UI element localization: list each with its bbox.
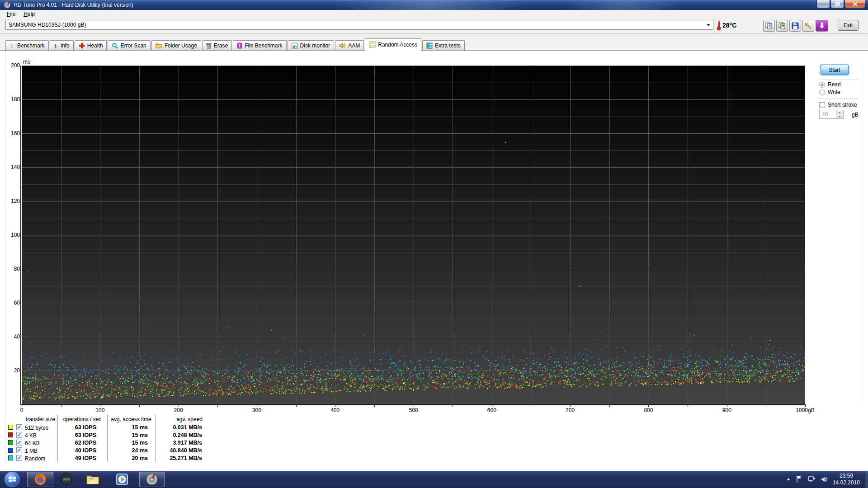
iops-value: 62 IOPS	[51, 440, 96, 446]
taskbar-item-hdtune[interactable]	[139, 472, 165, 487]
tab-erase[interactable]: Erase	[202, 40, 232, 50]
access-time-value: 15 ms	[103, 432, 148, 438]
write-option[interactable]: Write	[819, 89, 840, 95]
start-button[interactable]: Start	[821, 65, 849, 75]
tab-label: AAM	[348, 42, 360, 49]
restore-button[interactable]	[830, 0, 844, 8]
short-stroke-size-stepper[interactable]: 40 ▲ ▼	[819, 110, 844, 119]
tab-label: Random Access	[378, 42, 417, 48]
drive-selector-value: SAMSUNG HD103SJ (1000 gB)	[6, 22, 86, 28]
start-orb[interactable]	[5, 472, 20, 487]
series-label: 64 KB	[25, 440, 40, 446]
series-checkbox[interactable]: ✓	[16, 447, 22, 453]
chart-area	[22, 66, 805, 404]
y-tick-label: 60	[1, 300, 20, 306]
save-icon	[791, 22, 799, 30]
col-header-access-time: avg. access time	[109, 416, 153, 422]
exit-button[interactable]: Exit	[838, 20, 859, 31]
series-checkbox[interactable]: ✓	[16, 455, 22, 461]
read-radio[interactable]	[819, 82, 825, 88]
copy-button[interactable]	[763, 20, 775, 32]
taskbar-item-firefox[interactable]	[27, 472, 53, 487]
tab-aam[interactable]: AAM	[335, 40, 364, 50]
tab-disk-monitor[interactable]: Disk monitor	[288, 40, 335, 50]
x-tick-mark	[414, 405, 414, 407]
drive-selector[interactable]: SAMSUNG HD103SJ (1000 gB)	[5, 20, 713, 30]
taskbar-item-explorer[interactable]	[86, 473, 99, 485]
options-button[interactable]	[802, 20, 814, 32]
stepper-buttons: ▲ ▼	[836, 110, 843, 118]
access-time-value: 15 ms	[103, 440, 148, 446]
x-tick-mark	[217, 405, 218, 407]
series-checkbox[interactable]: ✓	[16, 424, 22, 430]
temperature-readout: 28°C	[722, 22, 736, 29]
tab-health[interactable]: Health	[75, 40, 107, 50]
taskbar-item-qip[interactable]: (qip)	[61, 473, 72, 485]
volume-icon[interactable]	[821, 476, 828, 483]
y-axis-spine	[20, 66, 21, 405]
benchmark-icon: !	[9, 42, 15, 49]
tab-info[interactable]: i Info	[50, 40, 74, 50]
write-label: Write	[828, 89, 840, 95]
tab-extra-tests[interactable]: Extra tests	[422, 40, 465, 50]
x-tick-mark	[100, 405, 100, 407]
random-access-icon	[369, 41, 376, 48]
copy-image-button[interactable]	[776, 20, 788, 32]
x-tick-label: 500	[400, 407, 428, 413]
app-icon	[4, 1, 11, 9]
x-tick-mark	[374, 405, 375, 407]
table-divider	[155, 415, 156, 462]
series-swatch	[8, 425, 13, 430]
taskbar-clock[interactable]: 23:59 14.02.2010	[833, 473, 864, 486]
read-option[interactable]: Read	[819, 81, 841, 88]
tab-benchmark[interactable]: ! Benchmark	[5, 40, 49, 50]
x-tick-mark	[335, 405, 335, 407]
menu-help[interactable]: Help	[19, 10, 39, 18]
tab-folder-usage[interactable]: Folder Usage	[151, 40, 201, 50]
x-tick-mark	[531, 405, 531, 407]
write-radio[interactable]	[819, 89, 825, 95]
size-unit-label: gB	[852, 112, 859, 118]
stepper-down-icon[interactable]: ▼	[836, 114, 843, 118]
iops-value: 49 IOPS	[51, 455, 96, 461]
series-label: Random	[25, 455, 45, 462]
series-checkbox[interactable]: ✓	[16, 440, 22, 446]
x-tick-mark	[648, 405, 649, 407]
avg-speed-value: 0.031 MB/s	[157, 424, 202, 431]
titlebar-glass	[335, 0, 524, 10]
capture-button[interactable]	[816, 20, 828, 32]
tab-file-benchmark[interactable]: ! File Benchmark	[233, 40, 286, 50]
trash-icon	[206, 42, 212, 49]
save-button[interactable]	[789, 20, 801, 32]
restore-icon	[835, 2, 840, 6]
taskbar-item-media-player[interactable]	[116, 473, 128, 486]
speaker-icon	[339, 42, 346, 49]
tab-error-scan[interactable]: Error Scan	[108, 40, 150, 50]
start-label: Start	[829, 67, 840, 73]
series-swatch	[8, 440, 13, 445]
y-tick-label: 180	[1, 96, 20, 103]
separator	[818, 99, 859, 99]
action-center-flag-icon[interactable]	[796, 475, 803, 483]
series-swatch	[8, 432, 13, 437]
copy-icon	[765, 22, 773, 30]
scatter-plot-canvas	[22, 66, 805, 404]
close-button[interactable]	[844, 0, 865, 8]
stepper-up-icon[interactable]: ▲	[836, 110, 843, 114]
y-tick-label: 140	[1, 164, 20, 170]
show-desktop-button[interactable]	[865, 471, 868, 488]
file-benchmark-icon: !	[237, 42, 242, 49]
hidden-icons-arrow[interactable]	[786, 477, 791, 482]
tab-label: Extra tests	[435, 42, 461, 49]
short-stroke-checkbox[interactable]	[819, 102, 825, 108]
series-checkbox[interactable]: ✓	[16, 432, 22, 438]
minimize-button[interactable]	[816, 0, 830, 8]
tab-random-access[interactable]: Random Access	[365, 38, 421, 51]
short-stroke-option[interactable]: Short stroke	[819, 102, 857, 108]
x-tick-mark	[766, 405, 766, 407]
network-icon[interactable]	[807, 476, 816, 483]
menu-file[interactable]: File	[3, 10, 19, 18]
media-player-icon	[116, 473, 128, 486]
explorer-folder-icon	[86, 473, 99, 485]
system-tray: 23:59 14.02.2010	[786, 471, 864, 488]
